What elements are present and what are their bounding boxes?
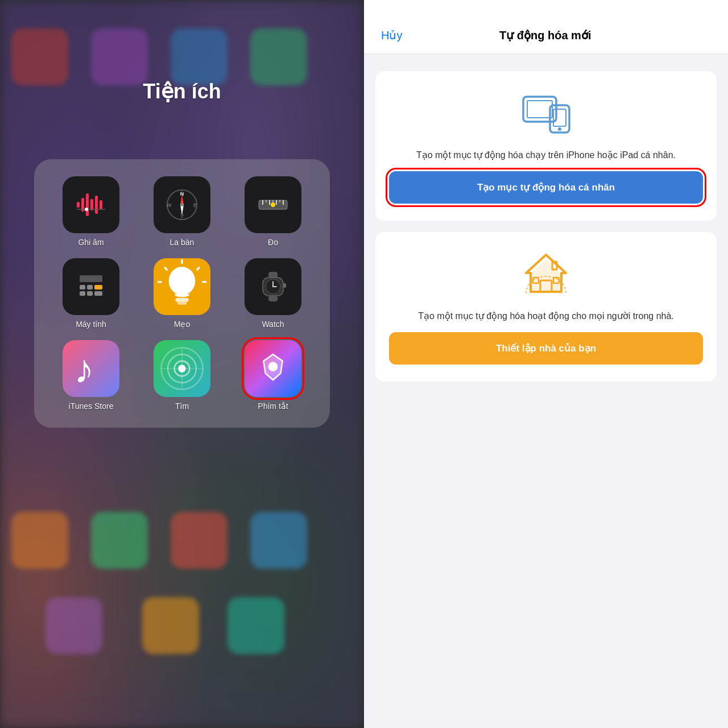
svg-point-64	[558, 127, 561, 131]
watch-icon	[245, 258, 301, 315]
app-label-measure: Đo	[268, 238, 278, 247]
svg-rect-31	[87, 285, 93, 289]
svg-point-7	[85, 208, 88, 211]
svg-rect-38	[177, 302, 187, 305]
find-icon	[154, 340, 210, 397]
svg-rect-3	[90, 199, 93, 210]
personal-card-text: Tạo một mục tự động hóa chạy trên iPhone…	[416, 148, 676, 162]
svg-line-41	[197, 268, 199, 270]
svg-rect-35	[94, 291, 102, 296]
app-label-tips: Mẹo	[174, 320, 190, 329]
home-card-text: Tạo một mục tự động hóa hoạt động cho mọ…	[418, 309, 674, 323]
svg-point-36	[169, 267, 196, 295]
app-label-calculator: Máy tính	[76, 320, 106, 329]
compass-icon: N S W E	[154, 176, 210, 233]
svg-text:♪: ♪	[74, 347, 94, 391]
svg-text:E: E	[193, 202, 197, 208]
svg-line-40	[165, 268, 167, 270]
app-item-compass[interactable]: N S W E La bàn	[142, 176, 222, 247]
svg-rect-30	[80, 285, 85, 289]
devices-icon	[520, 88, 572, 139]
svg-rect-61	[527, 101, 552, 118]
recorder-icon	[63, 176, 119, 233]
app-label-compass: La bàn	[170, 238, 195, 247]
svg-rect-29	[80, 275, 102, 282]
app-item-itunes[interactable]: ♪ iTunes Store	[51, 340, 131, 411]
home-card: Tạo một mục tự động hóa hoạt động cho mọ…	[375, 232, 717, 382]
app-item-calculator[interactable]: Máy tính	[51, 258, 131, 329]
svg-rect-33	[80, 291, 85, 296]
svg-rect-4	[95, 196, 98, 214]
left-panel: Tiện ích	[0, 0, 364, 728]
svg-rect-32	[94, 285, 102, 289]
app-item-measure[interactable]: Đo	[233, 176, 313, 247]
svg-rect-44	[268, 272, 278, 278]
shortcuts-icon	[245, 340, 301, 397]
svg-point-28	[271, 202, 275, 207]
itunes-icon: ♪	[63, 340, 119, 397]
svg-point-15	[180, 203, 184, 206]
app-item-shortcuts[interactable]: Phím tắt	[233, 340, 313, 411]
app-item-watch[interactable]: Watch	[233, 258, 313, 329]
svg-rect-50	[283, 283, 286, 288]
setup-home-button[interactable]: Thiết lập nhà của bạn	[389, 332, 703, 365]
header-title: Tự động hóa mới	[499, 28, 591, 42]
app-label-recorder: Ghi âm	[78, 238, 104, 247]
app-label-itunes: iTunes Store	[69, 402, 114, 411]
app-label-watch: Watch	[262, 320, 284, 329]
personal-automation-button[interactable]: Tạo mục tự động hóa cá nhân	[389, 171, 703, 204]
svg-rect-49	[268, 296, 278, 301]
right-header: Hủy Tự động hóa mới	[364, 0, 728, 54]
app-folder: Ghi âm N S W E	[34, 159, 330, 428]
app-item-recorder[interactable]: Ghi âm	[51, 176, 131, 247]
app-label-find: Tìm	[175, 402, 189, 411]
calculator-icon	[63, 258, 119, 315]
measure-icon	[245, 176, 301, 233]
tips-icon	[154, 258, 210, 315]
personal-card: Tạo một mục tự động hóa chạy trên iPhone…	[375, 71, 717, 221]
svg-point-59	[268, 362, 278, 371]
home-icon	[520, 249, 572, 300]
svg-text:W: W	[167, 202, 172, 208]
app-item-tips[interactable]: Mẹo	[142, 258, 222, 329]
svg-rect-0	[77, 202, 80, 208]
cancel-button[interactable]: Hủy	[381, 28, 402, 42]
svg-rect-2	[86, 193, 89, 216]
svg-rect-5	[100, 200, 102, 209]
screen-title: Tiện ích	[0, 80, 364, 104]
svg-rect-34	[87, 291, 93, 296]
app-item-find[interactable]: Tìm	[142, 340, 222, 411]
svg-rect-37	[175, 298, 188, 302]
app-label-shortcuts: Phím tắt	[258, 402, 288, 411]
app-grid: Ghi âm N S W E	[51, 176, 313, 411]
right-content: Tạo một mục tự động hóa chạy trên iPhone…	[364, 54, 728, 728]
right-panel: Hủy Tự động hóa mới Tạo một mục tự động …	[364, 0, 728, 728]
